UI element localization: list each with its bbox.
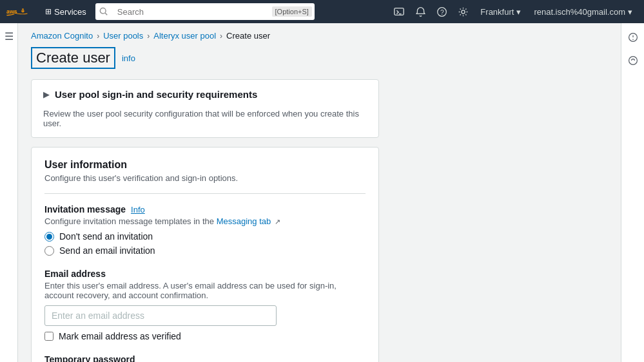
- page-title: Create user: [31, 47, 115, 69]
- radio-no-invite-input[interactable]: [44, 232, 54, 242]
- right-panel-icon-1[interactable]: [624, 28, 642, 46]
- left-nav-toggle[interactable]: ☰: [1, 28, 17, 44]
- breadcrumb-sep-1: ›: [97, 32, 99, 41]
- top-navigation: aws ⊞ Services [Option+S] ? Frankfurt ▾ …: [0, 0, 644, 23]
- messaging-tab-link[interactable]: Messaging tab: [217, 216, 271, 226]
- security-card-title: User pool sign-in and security requireme…: [55, 89, 257, 100]
- invitation-radio-group: Don't send an invitation Send an email i…: [44, 231, 366, 256]
- svg-point-1: [100, 8, 106, 14]
- left-nav-panel: ☰: [0, 23, 18, 362]
- user-menu[interactable]: renat.isch%40gmail.com ▾: [529, 5, 638, 19]
- page-title-row: Create user info: [31, 47, 608, 69]
- breadcrumb-sep-2: ›: [147, 32, 150, 41]
- svg-point-10: [632, 39, 634, 40]
- temp-password-section: Temporary password Amazon Cognito will s…: [44, 354, 366, 362]
- email-description: Enter this user's email address. A user'…: [44, 281, 366, 300]
- cloud-shell-button[interactable]: [389, 3, 409, 20]
- svg-text:?: ?: [440, 8, 444, 15]
- right-panel-icon-2[interactable]: [624, 52, 642, 70]
- search-input[interactable]: [112, 3, 272, 20]
- svg-line-2: [105, 13, 107, 15]
- security-card-header[interactable]: ▶ User pool sign-in and security require…: [32, 80, 378, 109]
- page-info-link[interactable]: info: [122, 53, 135, 63]
- svg-text:aws: aws: [6, 8, 17, 15]
- invitation-description: Configure invitation message templates i…: [44, 216, 366, 226]
- user-info-card-body: User information Configure this user's v…: [32, 148, 378, 362]
- radio-email-invite[interactable]: Send an email invitation: [44, 245, 366, 256]
- breadcrumb-sep-3: ›: [220, 32, 222, 41]
- temp-password-label: Temporary password: [44, 354, 366, 362]
- email-verified-checkbox[interactable]: Mark email address as verified: [44, 331, 366, 341]
- breadcrumb-user-pools[interactable]: User pools: [103, 31, 143, 41]
- aws-logo[interactable]: aws: [6, 4, 31, 19]
- radio-no-invite[interactable]: Don't send an invitation: [44, 231, 366, 242]
- external-link-icon: ↗: [275, 218, 280, 225]
- breadcrumb-current: Create user: [226, 31, 270, 41]
- breadcrumb-alteryx[interactable]: Alteryx user pool: [153, 31, 216, 41]
- region-selector[interactable]: Frankfurt ▾: [475, 5, 526, 19]
- main-content: Amazon Cognito › User pools › Alteryx us…: [18, 23, 621, 362]
- settings-button[interactable]: [454, 4, 473, 20]
- user-info-title: User information: [44, 159, 366, 171]
- svg-point-7: [462, 10, 465, 13]
- collapse-icon: ▶: [43, 90, 50, 99]
- email-input[interactable]: [44, 305, 277, 326]
- nav-right: ? Frankfurt ▾ renat.isch%40gmail.com ▾: [389, 3, 638, 20]
- radio-email-invite-input[interactable]: [44, 246, 54, 256]
- divider-top: [44, 193, 366, 194]
- notifications-button[interactable]: [411, 4, 430, 20]
- security-card-subtitle: Review the user pool security configurat…: [32, 109, 378, 137]
- help-button[interactable]: ?: [433, 4, 451, 20]
- invitation-section: Invitation message Info Configure invita…: [44, 204, 366, 256]
- email-label: Email address: [44, 269, 366, 279]
- breadcrumb-cognito[interactable]: Amazon Cognito: [31, 31, 93, 41]
- services-menu[interactable]: ⊞ Services: [41, 5, 90, 19]
- breadcrumb: Amazon Cognito › User pools › Alteryx us…: [31, 31, 608, 41]
- invitation-info-link[interactable]: Info: [131, 205, 145, 214]
- global-search[interactable]: [Option+S]: [95, 3, 315, 20]
- email-verified-input[interactable]: [44, 332, 54, 341]
- invitation-label: Invitation message Info: [44, 204, 366, 214]
- user-info-card: User information Configure this user's v…: [31, 147, 379, 362]
- email-section: Email address Enter this user's email ad…: [44, 269, 366, 341]
- security-card: ▶ User pool sign-in and security require…: [31, 79, 379, 138]
- search-shortcut: [Option+S]: [272, 6, 312, 17]
- user-info-subtitle: Configure this user's verification and s…: [44, 173, 366, 183]
- right-side-panel: [621, 23, 644, 362]
- svg-point-11: [629, 57, 637, 65]
